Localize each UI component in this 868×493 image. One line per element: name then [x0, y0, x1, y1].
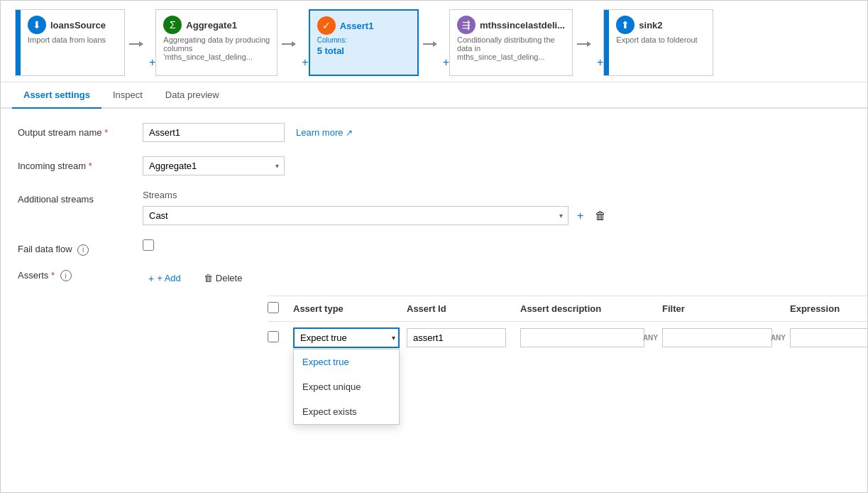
settings-panel: Output stream name * Learn more ↗ Incomi…	[1, 109, 867, 492]
node-title: mthssincelastdeli...	[480, 20, 565, 31]
pipeline-node-assert1: ✓ Assert1 Columns: 5 total +	[309, 9, 449, 76]
th-desc: Assert description	[520, 303, 662, 314]
pipe-arrow	[419, 12, 441, 76]
node-icon-row: ⇶ mthssincelastdeli...	[457, 16, 565, 34]
streams-label: Streams	[143, 190, 850, 200]
assert-expression-field: ANY	[790, 328, 867, 347]
assert-type-dropdown-popup: Expect true Expect unique Expect exists	[293, 349, 400, 425]
th-expr: Expression	[790, 303, 867, 314]
add-after-aggregate1-button[interactable]: +	[302, 9, 308, 76]
external-link-icon: ↗	[346, 128, 353, 138]
incoming-stream-row: Incoming stream * Aggregate1 ▾	[18, 156, 850, 175]
pipe-arrow	[125, 12, 148, 76]
pipeline-node-loanssource: ⬇ loansSource Import data from loans +	[15, 9, 155, 76]
th-filter: Filter	[662, 303, 790, 314]
svg-marker-7	[587, 41, 591, 47]
dropdown-option-expect-unique[interactable]: Expect unique	[294, 374, 399, 399]
th-id: Assert Id	[407, 303, 520, 314]
pipeline-node-sink2: ⬆ sink2 Export data to folderout	[603, 9, 713, 76]
assert-filter-field: ANY	[662, 328, 790, 347]
node-sublabel: Columns:	[317, 36, 374, 44]
pipeline-node-aggregate1: Σ Aggregate1 Aggregating data by produci…	[155, 9, 308, 76]
node-card-aggregate1[interactable]: Σ Aggregate1 Aggregating data by produci…	[155, 9, 278, 76]
node-card-loanssource[interactable]: ⬇ loansSource Import data from loans	[15, 9, 125, 76]
add-after-loanssource-button[interactable]: +	[149, 9, 155, 76]
tab-inspect[interactable]: Inspect	[101, 82, 154, 109]
node-desc: Import data from loans	[28, 36, 106, 44]
table-header: Assert type Assert Id Assert description…	[268, 296, 867, 322]
delete-assert-button[interactable]: 🗑 Delete	[198, 270, 248, 287]
svg-marker-3	[292, 41, 296, 47]
row-checkbox[interactable]	[268, 331, 279, 342]
conditional-icon: ⇶	[457, 16, 476, 34]
assert-type-cell: Expect true Expect unique Expect exists …	[293, 327, 407, 348]
any-label: ANY	[643, 334, 658, 342]
assert-id-input[interactable]	[407, 328, 506, 347]
assert-icon: ✓	[317, 16, 336, 35]
fail-data-flow-checkbox[interactable]	[143, 239, 154, 251]
add-stream-button[interactable]: +	[574, 207, 586, 225]
node-icon-row: ⬇ loansSource	[28, 16, 106, 34]
dropdown-option-expect-true[interactable]: Expect true	[294, 350, 399, 374]
delete-icon: 🗑	[204, 273, 213, 283]
node-card-mths[interactable]: ⇶ mthssincelastdeli... Conditionally dis…	[449, 9, 573, 76]
incoming-stream-dropdown-wrap: Aggregate1 ▾	[143, 156, 285, 175]
tab-assert-settings[interactable]: Assert settings	[12, 82, 101, 109]
add-after-mths-button[interactable]: +	[597, 9, 603, 76]
svg-marker-5	[433, 41, 437, 47]
required-marker: *	[104, 127, 108, 138]
additional-streams-label: Additional streams	[18, 190, 131, 205]
output-stream-name-input[interactable]	[143, 123, 285, 142]
fail-data-flow-row: Fail data flow i	[18, 239, 850, 256]
fail-data-flow-label: Fail data flow i	[18, 239, 131, 256]
streams-section: Streams Cast ▾ + 🗑	[143, 190, 850, 225]
node-title: loansSource	[50, 20, 106, 31]
th-checkbox	[268, 302, 293, 315]
node-desc: Export data to folderout	[616, 36, 697, 44]
tab-data-preview[interactable]: Data preview	[154, 82, 231, 109]
output-stream-name-label: Output stream name *	[18, 123, 131, 138]
node-body: ⬆ sink2 Export data to folderout	[609, 10, 704, 75]
asserts-label: Asserts * i	[18, 270, 131, 282]
assert-type-dropdown: Expect true Expect unique Expect exists …	[293, 327, 400, 348]
node-count: 5 total	[317, 45, 374, 56]
node-left-bar	[604, 10, 609, 75]
assert-filter-input[interactable]	[662, 328, 772, 347]
pipe-arrow	[278, 12, 300, 76]
node-body: Σ Aggregate1 Aggregating data by produci…	[156, 10, 277, 75]
assert-type-select[interactable]: Expect true Expect unique Expect exists	[293, 327, 400, 348]
node-desc: Aggregating data by producing columns 'm…	[163, 36, 270, 61]
add-assert-button[interactable]: + + Add	[143, 270, 187, 287]
sink-icon: ⬆	[616, 16, 634, 34]
tabs-bar: Assert settings Inspect Data preview	[1, 82, 867, 109]
dropdown-option-expect-exists[interactable]: Expect exists	[294, 399, 399, 424]
node-title: Aggregate1	[186, 20, 237, 31]
assert-expression-cell: ANY	[790, 328, 867, 347]
node-card-assert1[interactable]: ✓ Assert1 Columns: 5 total	[309, 9, 419, 76]
pipe-arrow	[573, 12, 595, 76]
delete-stream-button[interactable]: 🗑	[592, 207, 609, 225]
node-icon-row: ⬆ sink2	[616, 16, 697, 34]
select-all-checkbox[interactable]	[268, 302, 279, 313]
assert-desc-field: ANY	[520, 328, 662, 347]
required-marker: *	[51, 270, 55, 281]
assert-filter-cell: ANY	[662, 328, 790, 347]
node-desc: Conditionally distributing the data in m…	[457, 36, 564, 61]
incoming-stream-select[interactable]: Aggregate1	[143, 156, 285, 175]
assert-id-cell	[407, 328, 520, 347]
th-type: Assert type	[293, 303, 407, 314]
aggregate-icon: Σ	[163, 16, 182, 34]
learn-more-link[interactable]: Learn more ↗	[296, 123, 353, 138]
asserts-actions: + + Add 🗑 Delete	[143, 270, 867, 287]
streams-select[interactable]: Cast	[143, 206, 568, 225]
node-left-bar	[16, 10, 21, 75]
node-icon-row: Σ Aggregate1	[163, 16, 270, 34]
assert-desc-input[interactable]	[520, 328, 644, 347]
assert-expression-input[interactable]	[790, 328, 867, 347]
info-icon: i	[77, 244, 89, 256]
additional-streams-row: Additional streams Streams Cast ▾ + 🗑	[18, 190, 850, 225]
add-after-assert1-button[interactable]: +	[443, 9, 449, 76]
node-body: ✓ Assert1 Columns: 5 total	[310, 11, 381, 75]
node-card-sink2[interactable]: ⬆ sink2 Export data to folderout	[603, 9, 713, 76]
node-body: ⇶ mthssincelastdeli... Conditionally dis…	[450, 10, 572, 75]
